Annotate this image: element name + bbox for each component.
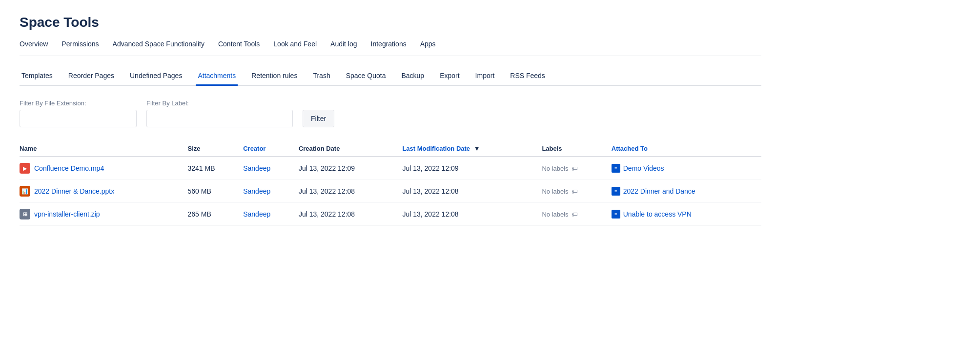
- tag-icon-2[interactable]: 🏷: [572, 188, 578, 195]
- col-attached-to: Attached To: [612, 141, 761, 157]
- col-labels: Labels: [542, 141, 611, 157]
- file-link-zip[interactable]: ⊞ vpn-installer-client.zip: [20, 209, 182, 219]
- filter-button[interactable]: Filter: [303, 110, 334, 127]
- sub-nav-export[interactable]: Export: [438, 68, 461, 86]
- last-mod-date-3: Jul 13, 2022 12:08: [402, 203, 542, 226]
- attached-link-2[interactable]: ≡ 2022 Dinner and Dance: [612, 187, 755, 196]
- page-icon-2: ≡: [612, 187, 620, 196]
- table-row: ⊞ vpn-installer-client.zip 265 MB Sandee…: [20, 203, 761, 226]
- col-name: Name: [20, 141, 188, 157]
- last-mod-date-2: Jul 13, 2022 12:08: [402, 180, 542, 203]
- col-creation-date: Creation Date: [299, 141, 403, 157]
- label-filter-input[interactable]: [146, 110, 293, 127]
- file-link-pptx[interactable]: 📊 2022 Dinner & Dance.pptx: [20, 186, 182, 197]
- pptx-icon: 📊: [20, 186, 30, 197]
- last-mod-date-1: Jul 13, 2022 12:09: [402, 157, 542, 180]
- col-last-mod[interactable]: Last Modification Date ▼: [402, 141, 542, 157]
- page-icon-1: ≡: [612, 164, 620, 173]
- top-nav-item-integrations[interactable]: Integrations: [371, 40, 407, 50]
- page-title: Space Tools: [20, 15, 761, 30]
- label-filter-label: Filter By Label:: [146, 99, 293, 107]
- labels-cell-2: No labels 🏷: [542, 188, 605, 195]
- file-extension-input[interactable]: [20, 110, 137, 127]
- top-nav: Overview Permissions Advanced Space Func…: [20, 40, 761, 56]
- top-nav-item-overview[interactable]: Overview: [20, 40, 48, 50]
- attachments-table: Name Size Creator Creation Date Last Mod…: [20, 141, 761, 226]
- sub-nav-backup[interactable]: Backup: [399, 68, 426, 86]
- sub-nav-templates[interactable]: Templates: [20, 68, 55, 86]
- sub-nav-retention-rules[interactable]: Retention rules: [249, 68, 299, 86]
- top-nav-item-content-tools[interactable]: Content Tools: [218, 40, 260, 50]
- creation-date-3: Jul 13, 2022 12:08: [299, 203, 403, 226]
- sub-nav-rss-feeds[interactable]: RSS Feeds: [508, 68, 547, 86]
- creation-date-2: Jul 13, 2022 12:08: [299, 180, 403, 203]
- creator-link-1[interactable]: Sandeep: [243, 164, 270, 172]
- sub-nav-attachments[interactable]: Attachments: [196, 68, 238, 86]
- sub-nav-reorder-pages[interactable]: Reorder Pages: [66, 68, 116, 86]
- attached-link-1[interactable]: ≡ Demo Videos: [612, 164, 755, 173]
- table-row: 📊 2022 Dinner & Dance.pptx 560 MB Sandee…: [20, 180, 761, 203]
- filter-section: Filter By File Extension: Filter By Labe…: [20, 99, 761, 127]
- sub-nav-trash[interactable]: Trash: [311, 68, 332, 86]
- file-size-3: 265 MB: [188, 203, 244, 226]
- creator-link-3[interactable]: Sandeep: [243, 210, 270, 218]
- creation-date-1: Jul 13, 2022 12:09: [299, 157, 403, 180]
- tag-icon-1[interactable]: 🏷: [572, 165, 578, 172]
- col-creator: Creator: [243, 141, 299, 157]
- file-size-1: 3241 MB: [188, 157, 244, 180]
- sub-nav-space-quota[interactable]: Space Quota: [344, 68, 388, 86]
- label-filter-group: Filter By Label:: [146, 99, 293, 127]
- labels-cell-3: No labels 🏷: [542, 211, 605, 218]
- file-extension-label: Filter By File Extension:: [20, 99, 137, 107]
- top-nav-item-look-feel[interactable]: Look and Feel: [273, 40, 317, 50]
- top-nav-item-advanced[interactable]: Advanced Space Functionality: [113, 40, 204, 50]
- col-size: Size: [188, 141, 244, 157]
- file-link-mp4[interactable]: ▶ Confluence Demo.mp4: [20, 163, 182, 174]
- sub-nav: Templates Reorder Pages Undefined Pages …: [20, 68, 761, 86]
- file-size-2: 560 MB: [188, 180, 244, 203]
- sub-nav-undefined-pages[interactable]: Undefined Pages: [128, 68, 184, 86]
- top-nav-item-apps[interactable]: Apps: [420, 40, 436, 50]
- zip-icon: ⊞: [20, 209, 30, 219]
- file-extension-group: Filter By File Extension:: [20, 99, 137, 127]
- sub-nav-import[interactable]: Import: [473, 68, 497, 86]
- creator-link-2[interactable]: Sandeep: [243, 187, 270, 195]
- page-icon-3: ≡: [612, 210, 620, 219]
- tag-icon-3[interactable]: 🏷: [572, 211, 578, 218]
- top-nav-item-audit-log[interactable]: Audit log: [330, 40, 357, 50]
- mp4-icon: ▶: [20, 163, 30, 174]
- top-nav-item-permissions[interactable]: Permissions: [61, 40, 99, 50]
- table-row: ▶ Confluence Demo.mp4 3241 MB Sandeep Ju…: [20, 157, 761, 180]
- labels-cell-1: No labels 🏷: [542, 165, 605, 172]
- sort-arrow-icon: ▼: [474, 145, 480, 152]
- attached-link-3[interactable]: ≡ Unable to access VPN: [612, 210, 755, 219]
